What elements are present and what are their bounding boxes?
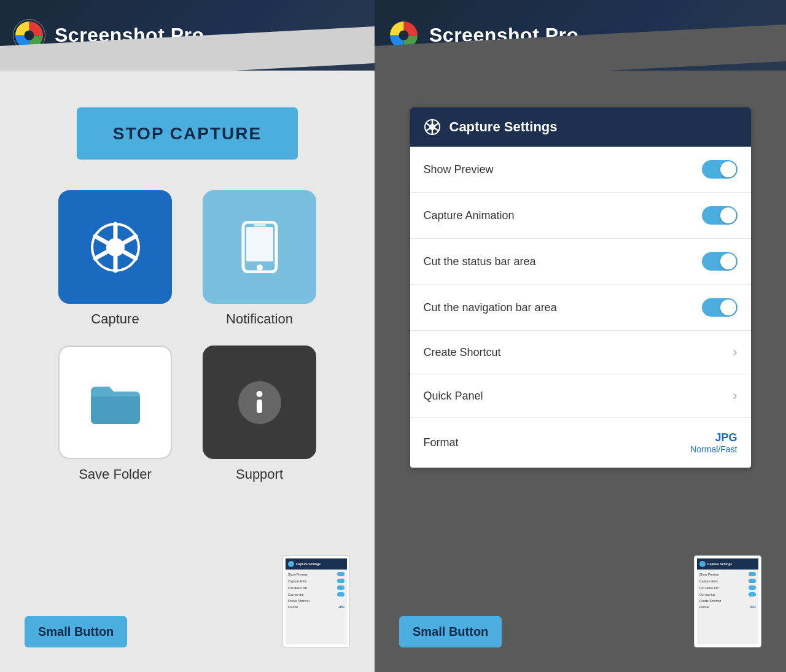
app-logo-right bbox=[387, 18, 421, 52]
capture-tile bbox=[58, 190, 172, 304]
svg-line-24 bbox=[426, 123, 430, 126]
show-preview-toggle[interactable] bbox=[702, 160, 737, 179]
settings-card: Capture Settings Show Preview Capture An… bbox=[410, 107, 751, 468]
app-logo-left bbox=[12, 18, 46, 52]
settings-row-show-preview: Show Preview bbox=[410, 147, 751, 193]
capture-animation-toggle[interactable] bbox=[702, 206, 737, 225]
format-main-value: JPG bbox=[690, 431, 737, 444]
right-panel: Screenshot Pro Capture Settings bbox=[375, 0, 786, 672]
right-small-button[interactable]: Small Button bbox=[399, 616, 502, 647]
aperture-icon bbox=[88, 220, 143, 275]
left-header: Screenshot Pro bbox=[0, 0, 375, 71]
svg-line-6 bbox=[123, 252, 136, 258]
capture-item[interactable]: Capture bbox=[58, 190, 172, 327]
svg-rect-11 bbox=[246, 227, 273, 261]
cut-nav-bar-label: Cut the navigation bar area bbox=[424, 301, 557, 314]
left-panel: Screenshot Pro STOP CAPTURE bbox=[0, 0, 375, 672]
svg-point-1 bbox=[25, 31, 34, 41]
save-folder-tile bbox=[58, 346, 172, 459]
svg-line-23 bbox=[426, 129, 430, 131]
svg-line-21 bbox=[435, 129, 438, 131]
right-header: Screenshot Pro bbox=[375, 0, 786, 71]
svg-point-18 bbox=[429, 124, 435, 130]
right-thumbnail: Capture Settings Show Preview Capture An… bbox=[694, 555, 761, 647]
cut-status-bar-label: Cut the status bar area bbox=[424, 255, 536, 268]
settings-icon bbox=[424, 118, 441, 136]
left-app-title: Screenshot Pro bbox=[55, 24, 204, 47]
svg-point-16 bbox=[399, 31, 409, 41]
settings-row-create-shortcut[interactable]: Create Shortcut › bbox=[410, 331, 751, 374]
svg-line-8 bbox=[95, 252, 107, 258]
svg-line-9 bbox=[95, 236, 107, 243]
capture-label: Capture bbox=[91, 311, 139, 327]
cut-status-bar-toggle[interactable] bbox=[702, 252, 737, 271]
notification-item[interactable]: Notification bbox=[203, 190, 316, 327]
left-content: STOP CAPTURE Ca bbox=[0, 71, 375, 672]
svg-point-3 bbox=[106, 238, 125, 257]
format-sub-value: Normal/Fast bbox=[690, 444, 737, 454]
info-icon bbox=[238, 381, 281, 424]
format-value: JPG Normal/Fast bbox=[690, 431, 737, 454]
notification-tile bbox=[203, 190, 316, 304]
settings-card-header: Capture Settings bbox=[410, 107, 751, 147]
settings-row-capture-animation: Capture Animation bbox=[410, 193, 751, 239]
capture-animation-label: Capture Animation bbox=[424, 209, 515, 222]
left-thumbnail: Capture Settings Show Preview Capture An… bbox=[282, 555, 350, 647]
svg-rect-15 bbox=[257, 400, 262, 413]
show-preview-label: Show Preview bbox=[424, 163, 494, 176]
create-shortcut-chevron: › bbox=[733, 344, 737, 360]
svg-point-14 bbox=[257, 391, 263, 397]
settings-row-quick-panel[interactable]: Quick Panel › bbox=[410, 374, 751, 418]
right-app-title: Screenshot Pro bbox=[429, 24, 579, 47]
left-bottom-row: Small Button Capture Settings Show Previ… bbox=[12, 555, 362, 660]
right-content: Capture Settings Show Preview Capture An… bbox=[375, 71, 786, 672]
left-small-button[interactable]: Small Button bbox=[25, 616, 127, 647]
format-label: Format bbox=[424, 436, 459, 449]
svg-rect-13 bbox=[254, 224, 266, 226]
support-item[interactable]: Support bbox=[203, 346, 316, 482]
svg-line-20 bbox=[435, 123, 438, 126]
settings-card-title: Capture Settings bbox=[449, 119, 558, 135]
svg-point-12 bbox=[257, 265, 263, 271]
icon-grid: Capture Notification bbox=[58, 190, 316, 482]
save-folder-label: Save Folder bbox=[79, 466, 152, 482]
save-folder-item[interactable]: Save Folder bbox=[58, 346, 172, 482]
stop-capture-button[interactable]: STOP CAPTURE bbox=[77, 107, 298, 160]
settings-row-format[interactable]: Format JPG Normal/Fast bbox=[410, 418, 751, 468]
cut-nav-bar-toggle[interactable] bbox=[702, 298, 737, 317]
create-shortcut-label: Create Shortcut bbox=[424, 346, 501, 359]
quick-panel-chevron: › bbox=[733, 388, 737, 404]
quick-panel-label: Quick Panel bbox=[424, 390, 483, 403]
support-label: Support bbox=[236, 466, 283, 482]
settings-row-cut-nav-bar: Cut the navigation bar area bbox=[410, 285, 751, 331]
support-tile bbox=[203, 346, 316, 459]
right-bottom-row: Small Button Capture Settings Show Previ… bbox=[387, 555, 774, 660]
phone-icon bbox=[238, 221, 281, 273]
svg-line-5 bbox=[123, 236, 136, 243]
settings-row-cut-status-bar: Cut the status bar area bbox=[410, 239, 751, 285]
notification-label: Notification bbox=[226, 311, 293, 327]
folder-icon bbox=[88, 379, 143, 425]
